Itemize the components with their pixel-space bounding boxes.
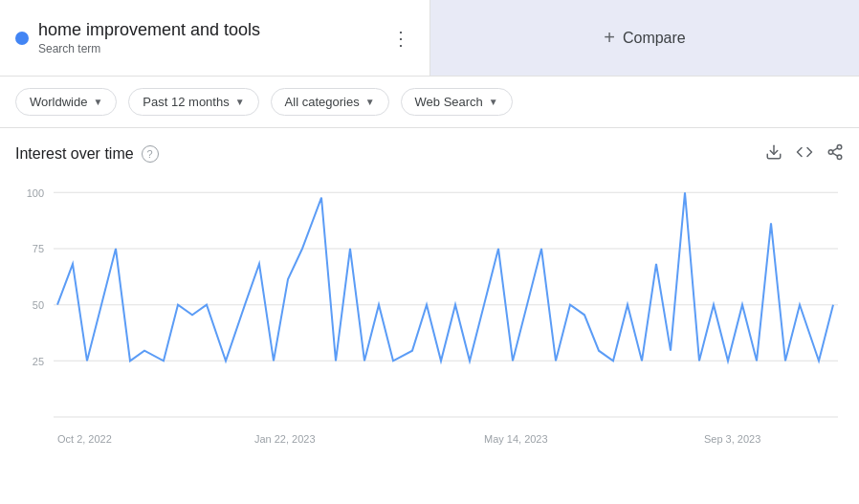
chart-section: Interest over time ?	[0, 128, 859, 486]
category-filter-label: All categories	[285, 95, 360, 109]
svg-text:May 14, 2023: May 14, 2023	[484, 432, 548, 444]
interest-over-time-chart: 100 75 50 25 Oct 2, 2022 Jan 22, 2023 Ma…	[15, 172, 844, 478]
chart-container: 100 75 50 25 Oct 2, 2022 Jan 22, 2023 Ma…	[15, 172, 844, 478]
help-icon[interactable]: ?	[142, 145, 159, 163]
search-term-left: home improvement and tools Search term	[15, 20, 260, 55]
svg-line-4	[832, 153, 837, 156]
download-icon[interactable]	[765, 143, 782, 164]
time-range-chevron-icon: ▼	[235, 97, 245, 107]
svg-text:50: 50	[33, 299, 44, 311]
chart-title: Interest over time	[15, 145, 134, 163]
embed-icon[interactable]	[796, 143, 813, 164]
compare-plus-icon: +	[604, 27, 615, 49]
search-type-filter-label: Web Search	[415, 95, 483, 109]
compare-label: Compare	[623, 30, 686, 47]
time-range-filter[interactable]: Past 12 months ▼	[128, 88, 258, 116]
search-term-subtitle: Search term	[38, 42, 260, 55]
blue-dot-indicator	[15, 32, 29, 45]
svg-text:75: 75	[33, 243, 44, 254]
location-filter-label: Worldwide	[30, 95, 87, 109]
filters-bar: Worldwide ▼ Past 12 months ▼ All categor…	[0, 77, 859, 128]
more-options-icon[interactable]: ⋮	[387, 23, 414, 54]
location-filter[interactable]: Worldwide ▼	[15, 88, 117, 116]
time-range-filter-label: Past 12 months	[143, 95, 229, 109]
svg-text:100: 100	[27, 186, 44, 198]
category-chevron-icon: ▼	[365, 97, 375, 107]
search-term-box: home improvement and tools Search term ⋮	[0, 0, 430, 76]
search-type-filter[interactable]: Web Search ▼	[401, 88, 513, 116]
share-icon[interactable]	[826, 143, 844, 164]
chart-actions	[765, 143, 844, 164]
svg-text:Jan 22, 2023: Jan 22, 2023	[254, 432, 316, 444]
search-type-chevron-icon: ▼	[489, 97, 498, 107]
svg-line-5	[832, 148, 837, 151]
category-filter[interactable]: All categories ▼	[271, 88, 389, 116]
chart-title-wrap: Interest over time ?	[15, 145, 159, 163]
svg-text:Sep 3, 2023: Sep 3, 2023	[704, 432, 760, 444]
search-term-text: home improvement and tools Search term	[38, 20, 260, 55]
svg-text:25: 25	[33, 355, 44, 366]
compare-box[interactable]: + Compare	[430, 0, 859, 76]
location-chevron-icon: ▼	[93, 97, 102, 107]
top-bar: home improvement and tools Search term ⋮…	[0, 0, 859, 77]
chart-header: Interest over time ?	[15, 143, 844, 164]
svg-text:Oct 2, 2022: Oct 2, 2022	[57, 432, 112, 444]
search-term-title: home improvement and tools	[38, 20, 260, 40]
